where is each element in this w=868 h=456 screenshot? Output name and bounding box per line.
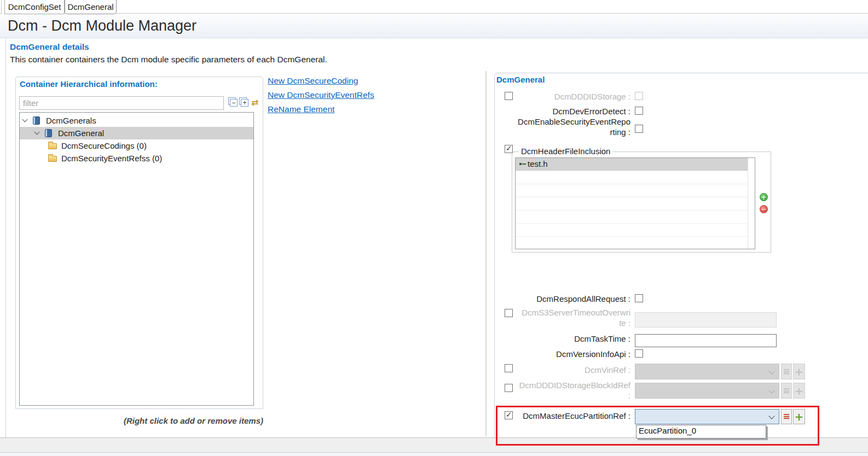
dcm-dddid-storage-block-id-ref-label: DcmDDDIDStorageBlockIdRef : (514, 380, 630, 401)
dcm-master-ecuc-partition-ref-combo[interactable] (635, 409, 779, 424)
new-dcmsecurityeventrefs-link[interactable]: New DcmSecurityEventRefs (268, 90, 374, 100)
expand-all-icon[interactable]: + (241, 99, 248, 107)
new-dcmsecurecoding-link[interactable]: New DcmSecureCoding (268, 76, 358, 86)
dcm-dddid-storage-checkbox: ✓ (635, 92, 643, 100)
dcm-version-info-api-checkbox[interactable]: ✓ (635, 349, 643, 358)
chevron-down-icon[interactable] (768, 413, 774, 419)
header-file-list-empty-row[interactable] (516, 211, 748, 224)
header-file-list-item[interactable]: test.h (516, 158, 748, 171)
dcm-master-ecuc-partition-ref-browse-button[interactable]: ≡ (781, 409, 792, 424)
sync-icon[interactable]: ⇄ (251, 97, 258, 108)
rename-element-link[interactable]: ReName Element (268, 104, 334, 114)
dcm-dddid-storage-block-id-ref-enable-checkbox[interactable]: ✓ (505, 384, 513, 392)
dcm-s3-server-timeout-overwrite-input (635, 312, 777, 328)
add-header-file-button[interactable]: + (760, 193, 768, 201)
dcm-vin-ref-add-button: + (793, 364, 805, 379)
tab-dcmgeneral[interactable]: DcmGeneral (65, 0, 117, 14)
dcm-vin-ref-enable-checkbox[interactable]: ✓ (505, 364, 513, 372)
parameter-icon (519, 162, 526, 167)
dcm-dddid-storage-block-id-ref-browse-button: ≡ (781, 383, 792, 399)
dcm-master-ecuc-partition-ref-add-button[interactable]: + (793, 409, 805, 424)
editor-left-border (5, 39, 6, 437)
dcm-vin-ref-combo (635, 364, 779, 379)
header-file-list-empty-row[interactable] (516, 197, 748, 211)
tree-item-dcmsecurityeventrefss[interactable]: DcmSecurityEventRefss (0) (20, 152, 253, 165)
folder-icon (48, 143, 57, 149)
chevron-down-icon (768, 387, 774, 393)
dropdown-option-ecucpartition0[interactable]: EcucPartition_0 (636, 425, 766, 436)
dcm-master-ecuc-partition-ref-enable-checkbox[interactable]: ✓ (505, 411, 513, 419)
dcm-task-time-label: DcmTaskTime : (514, 334, 630, 344)
dcm-task-time-input[interactable] (635, 334, 777, 347)
header-file-name: test.h (528, 159, 548, 168)
header-file-list-empty-row[interactable] (516, 224, 748, 237)
module-icon (33, 116, 40, 125)
tab-dcmconfigset[interactable]: DcmConfigSet (4, 0, 65, 14)
section-description: This container containers the Dcm module… (10, 55, 327, 65)
folder-icon (48, 156, 57, 162)
header-file-list-empty-row[interactable] (516, 184, 748, 197)
dcm-dddid-storage-enable-checkbox[interactable]: ✓ (505, 92, 513, 100)
dcm-enable-security-event-reporting-checkbox[interactable]: ✓ (635, 125, 643, 133)
dcm-s3-server-timeout-overwrite-enable-checkbox[interactable]: ✓ (505, 309, 513, 317)
header-file-list-empty-row[interactable] (516, 171, 748, 184)
tree-item-label: DcmGeneral (58, 127, 104, 139)
dcmgeneral-panel-title: DcmGeneral (496, 75, 545, 84)
partition-dropdown-list: EcucPartition_0 (636, 425, 766, 439)
chevron-down-icon (768, 368, 774, 374)
panel-divider (485, 71, 487, 436)
dcm-respond-all-request-checkbox[interactable]: ✓ (635, 294, 643, 302)
remove-header-file-button[interactable]: − (760, 205, 768, 213)
tree-item-label: DcmSecureCodings (0) (61, 139, 147, 152)
dcm-dev-error-detect-label: DcmDevErrorDetect : (514, 106, 630, 116)
dcm-vin-ref-label: DcmVinRef : (514, 365, 630, 375)
module-icon (45, 129, 52, 137)
list-column-divider (748, 158, 748, 249)
header-file-list-empty-row[interactable] (516, 237, 748, 249)
dcm-dddid-storage-block-id-ref-add-button: + (793, 383, 805, 399)
dcm-vin-ref-browse-button: ≡ (781, 364, 792, 379)
page-header: Dcm - Dcm Module Manager (0, 14, 868, 38)
section-title: DcmGeneral details (10, 42, 89, 52)
bottom-tab-bar (0, 437, 868, 452)
right-click-hint: (Right click to add or remove items) (15, 416, 263, 425)
chevron-down-icon[interactable] (22, 117, 28, 122)
dcm-dddid-storage-block-id-ref-combo (635, 383, 779, 399)
page-title: Dcm - Dcm Module Manager (8, 17, 196, 34)
dcm-version-info-api-label: DcmVersionInfoApi : (514, 349, 630, 359)
collapse-all-icon[interactable]: − (230, 99, 238, 107)
tree-item-label: DcmSecurityEventRefss (0) (61, 152, 162, 165)
dcm-dev-error-detect-checkbox[interactable]: ✓ (635, 107, 643, 115)
dcm-master-ecuc-partition-ref-label: DcmMasterEcucPartitionRef : (514, 411, 630, 421)
tree-item-dcmgenerals[interactable]: DcmGenerals (20, 114, 253, 127)
container-hierarchy-title: Container Hierarchical information: (20, 79, 158, 89)
dcm-respond-all-request-label: DcmRespondAllRequest : (514, 294, 630, 304)
editor-tab-bar: *Dcm ✕ *EcuC (0, 0, 868, 14)
dcm-header-file-inclusion-label: DcmHeaderFileInclusion (519, 147, 612, 156)
filter-input[interactable] (19, 96, 224, 110)
status-bar (0, 452, 868, 456)
tree-item-dcmsecurecodings[interactable]: DcmSecureCodings (0) (20, 139, 253, 152)
chevron-down-icon[interactable] (34, 130, 40, 135)
dcm-enable-security-event-reporting-label: DcmEnableSecurityEventRepo rting : (514, 116, 630, 137)
dcm-dddid-storage-label: DcmDDDIDStorage : (514, 91, 630, 102)
dcm-s3-server-timeout-overwrite-label: DcmS3ServerTimeoutOverwri te : (514, 307, 630, 328)
tree-item-dcmgeneral[interactable]: DcmGeneral (20, 127, 253, 139)
tree-item-label: DcmGenerals (46, 114, 96, 127)
